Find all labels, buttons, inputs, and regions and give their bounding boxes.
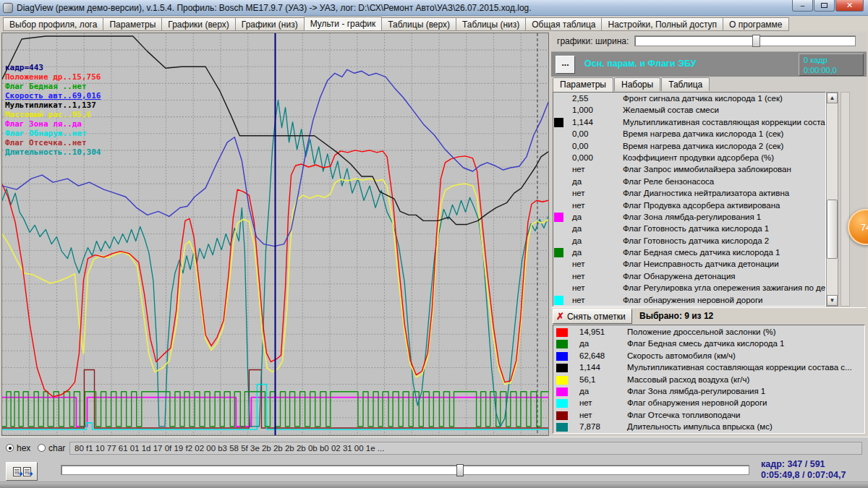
frame-counter-frames: 0 кадр — [804, 55, 863, 65]
legend-line: Флаг Обнаруж..нет — [5, 129, 101, 138]
series-color-swatch — [556, 364, 568, 372]
parameter-row[interactable]: да Флаг Готовность датчика кислорода 1 — [553, 223, 825, 234]
minimize-button[interactable]: – — [792, 0, 813, 12]
group-select-button[interactable]: ... — [556, 56, 575, 74]
clear-marks-label: Снять отметки — [567, 312, 626, 322]
window-bottom-edge[interactable] — [0, 481, 868, 488]
frame-counter-time: 0:00:00,0 — [804, 65, 863, 75]
char-radio[interactable] — [38, 444, 46, 452]
title-bar[interactable]: DiagView (режим демо-версии), v.1.5.4. П… — [0, 0, 868, 16]
parameter-row[interactable]: да Флаг Готовность датчика кислорода 2 — [553, 235, 825, 247]
parameter-row[interactable]: 0,000 Коэффициент продувки адсорбера (%) — [553, 152, 825, 163]
parameter-name: Флаг Продувка адсорбера активирована — [623, 201, 780, 210]
parameter-tab[interactable]: Параметры — [553, 77, 613, 92]
multi-graph-chart[interactable]: кадр=443Положение др..15,756Флаг Бедная … — [1, 33, 549, 436]
main-tab[interactable]: Настройки, Полный доступ — [601, 17, 723, 31]
time-counter-text: 0:05:49,8 / 0:07:04,7 — [761, 470, 867, 481]
parameter-row[interactable]: 0,00 Время нагрева датчика кислорода 1 (… — [553, 128, 825, 140]
main-tab[interactable]: Выбор профиля, лога — [3, 17, 103, 31]
main-tab[interactable]: Таблицы (верх) — [382, 17, 456, 31]
app-icon — [3, 3, 13, 13]
legend-line: Флаг Бедная ..нет — [5, 82, 101, 91]
char-radio-label[interactable]: char — [48, 443, 65, 453]
parameter-row[interactable]: нет Флаг Неисправность датчика детонации — [553, 258, 825, 270]
selected-parameter-row[interactable]: нет Флаг обнаружения неровной дороги — [553, 398, 864, 409]
clear-marks-button[interactable]: ✗ Снять отметки — [553, 309, 632, 324]
selected-parameter-row[interactable]: 14,951 Положение дроссельной заслонки (%… — [553, 327, 864, 338]
selected-parameter-value: да — [579, 387, 589, 395]
parameter-row[interactable]: да Флаг Реле бензонасоса — [553, 176, 825, 187]
graph-width-slider[interactable] — [634, 35, 856, 46]
series-color-swatch — [556, 352, 568, 361]
parameter-value: 0,000 — [572, 153, 593, 162]
parameter-row[interactable]: нет Флаг Продувка адсорбера активирована — [553, 200, 825, 211]
parameter-name: Флаг Бедная смесь датчика кислорода 1 — [623, 248, 780, 257]
frame-position-thumb[interactable] — [456, 464, 464, 476]
legend-line: Флаг Отсечка..нет — [5, 138, 101, 147]
parameter-tab[interactable]: Таблица — [661, 77, 710, 91]
legend-line: Скорость авт..69,016 — [5, 91, 101, 100]
parameter-row[interactable]: 1,144 Мультипликативная составляющая кор… — [553, 116, 825, 128]
scrollbar-thumb[interactable] — [827, 200, 838, 259]
parameter-row[interactable]: нет Флаг Обнаружена детонация — [553, 270, 825, 282]
graph-width-slider-thumb[interactable] — [752, 35, 760, 47]
main-tab[interactable]: Параметры — [103, 17, 161, 31]
parameter-row[interactable]: нет Флаг Диагностика нейтрализатора акти… — [553, 187, 825, 199]
selected-parameter-value: 1,144 — [579, 363, 600, 372]
scroll-down-icon[interactable]: ▼ — [827, 295, 838, 306]
main-tab[interactable]: Мульти - график — [304, 17, 383, 31]
parameter-value: нет — [572, 272, 585, 281]
selected-parameter-row[interactable]: 62,648 Скорость автомобиля (км/ч) — [553, 351, 864, 362]
selected-parameter-name: Скорость автомобиля (км/ч) — [627, 351, 736, 360]
parameter-row[interactable]: 0,00 Время нагрева датчика кислорода 2 (… — [553, 140, 825, 152]
export-frames-button[interactable]: ➜ ➜ — [6, 462, 38, 481]
selected-parameter-name: Мультипликативная составляющая коррекции… — [627, 363, 852, 372]
parameter-list[interactable]: 2,55 Фронт сигнала датчика кислорода 1 (… — [553, 92, 826, 307]
parameter-row[interactable]: да Флаг Зона лямбда-регулирования 1 — [553, 211, 825, 223]
parameter-value: 2,55 — [572, 94, 588, 103]
parameter-value: да — [572, 177, 582, 186]
parameter-list-scrollbar[interactable]: ▲ ▼ — [826, 92, 838, 307]
hex-radio-label[interactable]: hex — [17, 443, 30, 453]
selected-parameter-row[interactable]: 56,1 Массовый расход воздуха (кг/ч) — [553, 374, 864, 386]
selected-parameter-row[interactable]: да Флаг Бедная смесь датчика кислорода 1 — [553, 338, 864, 350]
series-color-swatch — [556, 423, 568, 432]
hex-radio[interactable] — [6, 444, 14, 452]
parameter-value: да — [572, 224, 582, 233]
main-tab-bar: Выбор профиля, логаПараметрыГрафики (вер… — [0, 17, 868, 31]
legend-line: Мультипликат..1,137 — [5, 100, 101, 110]
chart-legend: кадр=443Положение др..15,756Флаг Бедная … — [5, 35, 101, 157]
panel-scroll-strip[interactable] — [841, 92, 850, 307]
selected-parameters-list[interactable]: 14,951 Положение дроссельной заслонки (%… — [553, 325, 865, 434]
selected-parameter-row[interactable]: 1,144 Мультипликативная составляющая кор… — [553, 362, 864, 374]
parameter-row[interactable]: нет Флаг Регулировка угла опережения заж… — [553, 282, 825, 294]
selected-parameter-row[interactable]: да Флаг Зона лямбда-регулирования 1 — [553, 386, 864, 398]
parameter-row[interactable]: нет Флаг обнаружения неровной дороги — [553, 294, 825, 306]
main-tab[interactable]: Общая таблица — [525, 17, 601, 31]
selected-parameter-row[interactable]: нет Флаг Отсечка топливоподачи — [553, 410, 864, 421]
series-color-swatch — [556, 399, 568, 408]
close-button[interactable]: ✕ — [835, 0, 864, 12]
parameter-row[interactable]: 2,55 Фронт сигнала датчика кислорода 1 (… — [553, 93, 825, 104]
maximize-button[interactable] — [814, 0, 835, 12]
main-tab[interactable]: О программе — [723, 17, 788, 31]
parameter-name: Время нагрева датчика кислорода 1 (сек) — [623, 129, 783, 138]
parameter-row[interactable]: 1,000 Желаемый состав смеси — [553, 104, 825, 116]
scroll-up-icon[interactable]: ▲ — [827, 93, 838, 103]
main-tab[interactable]: Таблицы (низ) — [456, 17, 525, 31]
legend-line: Массовый рас..95,6 — [5, 110, 101, 119]
series-color-swatch — [556, 411, 568, 420]
frame-position-slider[interactable] — [61, 465, 749, 475]
main-tab[interactable]: Графики (верх) — [161, 17, 234, 31]
parameter-row[interactable]: нет Флаг Отсутствует сигнал фазы — [553, 306, 825, 307]
parameter-name: Флаг Неисправность датчика детонации — [623, 260, 779, 268]
parameter-name: Флаг обнаружения неровной дороги — [623, 296, 763, 304]
parameter-row[interactable]: да Флаг Бедная смесь датчика кислорода 1 — [553, 247, 825, 258]
parameter-row[interactable]: нет Флаг Запрос иммобилайзера заблокиров… — [553, 163, 825, 175]
legend-line: Положение др..15,756 — [5, 72, 101, 82]
parameter-color-swatch — [554, 118, 563, 127]
main-tab[interactable]: Графики (низ) — [235, 17, 304, 31]
parameter-tab[interactable]: Наборы — [614, 77, 660, 91]
parameter-value: 1,144 — [572, 118, 593, 127]
selected-parameter-row[interactable]: 7,878 Длительность импульса впрыска (мс) — [553, 421, 864, 433]
